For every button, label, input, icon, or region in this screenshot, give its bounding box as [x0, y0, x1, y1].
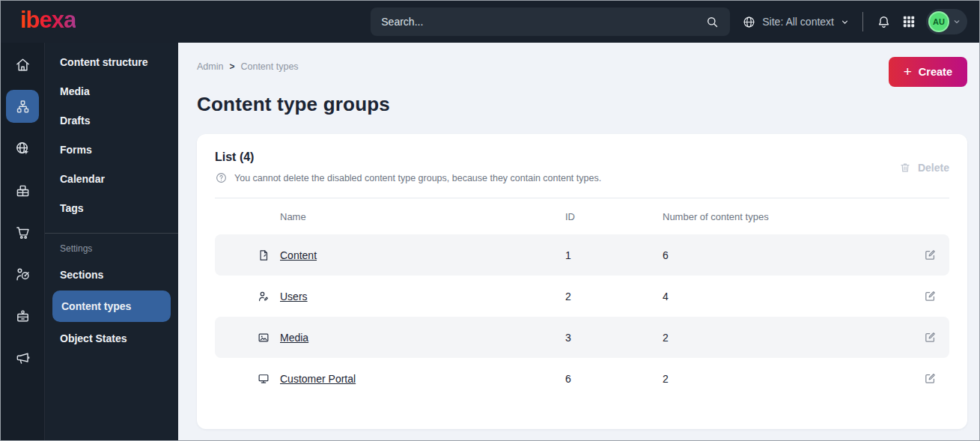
ibexa-logo: ibexa	[20, 8, 76, 36]
group-id: 1	[565, 249, 663, 261]
trash-icon	[898, 161, 912, 174]
personalization-icon[interactable]	[6, 258, 39, 291]
group-link[interactable]: Content	[280, 249, 317, 261]
group-link[interactable]: Users	[280, 291, 308, 302]
help-circle-icon	[215, 171, 228, 184]
table-row: Media 3 2	[215, 317, 949, 358]
user-avatar: AU	[928, 11, 949, 32]
table-row: Content 1 6	[215, 234, 949, 276]
search-input[interactable]	[381, 16, 705, 28]
image-icon	[257, 331, 270, 344]
notifications-bell-icon[interactable]	[876, 14, 892, 30]
page-title: Content type groups	[197, 93, 967, 116]
topbar-right-controls: Site: All context A	[742, 9, 967, 34]
file-icon	[257, 249, 270, 262]
user-icon	[257, 290, 270, 303]
globe-icon	[742, 15, 756, 29]
edit-icon[interactable]	[923, 248, 937, 262]
breadcrumb-admin[interactable]: Admin	[197, 61, 223, 72]
table-row: Customer Portal 6 2	[215, 358, 949, 399]
delete-button[interactable]: Delete	[898, 161, 949, 174]
user-menu[interactable]: AU	[926, 9, 967, 34]
topbar-divider	[862, 12, 863, 31]
group-content-type-count: 2	[663, 373, 910, 385]
group-link[interactable]: Customer Portal	[280, 373, 356, 385]
group-content-type-count: 2	[663, 332, 910, 344]
app-window: ibexa Site: All context	[0, 0, 980, 441]
search-icon[interactable]	[705, 15, 719, 29]
site-context-selector[interactable]: Site: All context	[742, 15, 850, 29]
sidebar-item-tags[interactable]: Tags	[45, 193, 178, 222]
breadcrumb-separator: >	[229, 61, 234, 72]
cart-icon[interactable]	[6, 216, 39, 249]
group-id: 3	[565, 332, 663, 344]
products-icon[interactable]	[6, 174, 39, 207]
create-button[interactable]: + Create	[889, 57, 967, 87]
admin-badge-icon[interactable]	[6, 299, 39, 332]
column-header-id: ID	[565, 211, 663, 222]
list-title: List (4)	[215, 150, 601, 164]
breadcrumb: Admin > Content types	[197, 57, 299, 72]
info-line: You cannot delete the disabled content t…	[215, 171, 601, 184]
monitor-icon	[257, 372, 270, 386]
site-globe-icon[interactable]	[6, 132, 39, 165]
content-type-groups-card: List (4) You cannot delete the disabled …	[197, 134, 967, 429]
sidebar-item-forms[interactable]: Forms	[45, 135, 178, 164]
group-content-type-count: 4	[663, 291, 910, 302]
create-button-label: Create	[919, 66, 952, 78]
sidebar-item-calendar[interactable]: Calendar	[45, 164, 178, 193]
sidebar-item-drafts[interactable]: Drafts	[45, 106, 178, 135]
column-header-count: Number of content types	[663, 211, 910, 222]
edit-icon[interactable]	[923, 371, 937, 386]
topbar: ibexa Site: All context	[1, 1, 979, 43]
icon-rail	[1, 43, 45, 440]
sidebar-item-content-types[interactable]: Content types	[52, 291, 171, 322]
edit-icon[interactable]	[923, 330, 937, 344]
group-id: 6	[565, 373, 663, 385]
group-content-type-count: 6	[663, 249, 910, 261]
delete-button-label: Delete	[918, 162, 949, 174]
group-link[interactable]: Media	[280, 332, 308, 344]
site-context-label: Site: All context	[762, 16, 834, 28]
column-header-name: Name	[257, 211, 565, 222]
app-grid-icon[interactable]	[901, 14, 916, 29]
sidebar-item-object-states[interactable]: Object States	[45, 323, 178, 353]
main-content: Admin > Content types + Create Content t…	[178, 43, 979, 440]
global-search[interactable]	[371, 7, 730, 36]
content-structure-icon[interactable]	[6, 90, 39, 123]
chevron-down-icon	[952, 17, 961, 26]
chevron-down-icon	[840, 17, 850, 27]
home-icon[interactable]	[6, 48, 39, 81]
table-header: Name ID Number of content types	[215, 198, 949, 234]
edit-icon[interactable]	[923, 289, 937, 303]
group-id: 2	[565, 291, 663, 302]
table-row: Users 2 4	[215, 276, 949, 317]
settings-section-label: Settings	[45, 234, 178, 260]
plus-icon: +	[904, 64, 912, 79]
sidebar-item-media[interactable]: Media	[45, 76, 178, 106]
breadcrumb-content-types: Content types	[240, 61, 298, 72]
sidebar-menu: Content structure Media Drafts Forms Cal…	[45, 43, 178, 440]
sidebar-item-sections[interactable]: Sections	[45, 260, 178, 289]
info-text: You cannot delete the disabled content t…	[234, 173, 601, 183]
sidebar-item-content-structure[interactable]: Content structure	[45, 47, 178, 76]
marketing-megaphone-icon[interactable]	[6, 341, 39, 374]
